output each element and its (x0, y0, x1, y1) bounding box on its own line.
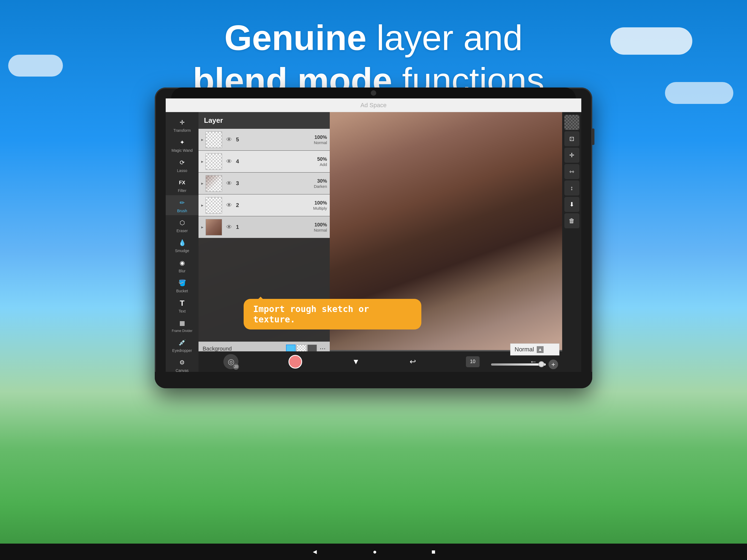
magic-wand-icon: ✦ (177, 137, 187, 148)
smudge-icon: 💧 (177, 237, 187, 248)
layer-5-blend: Normal (243, 140, 327, 145)
tool-filter[interactable]: FX Filter (166, 175, 199, 195)
layer-4-thumbnail (206, 153, 222, 170)
page-num-btn[interactable]: 10 (466, 356, 480, 367)
lasso-label: Lasso (177, 169, 187, 173)
layer-3-visibility[interactable]: 👁 (224, 179, 234, 188)
tool-text[interactable]: T Text (166, 296, 199, 315)
layer-item-3[interactable]: ▸ 👁 3 30% Darken (199, 173, 330, 195)
eyedropper-label: Eyedropper (172, 349, 192, 353)
android-recents-button[interactable]: ■ (432, 548, 436, 556)
layer-item-5[interactable]: ▸ 👁 5 100% Normal (199, 129, 330, 151)
layer-4-info: 50% Add (243, 156, 327, 167)
main-canvas[interactable]: Layer ▸ 👁 5 100% Normal (199, 112, 581, 372)
blend-mode-dropdown[interactable]: Normal ▲ (510, 343, 560, 355)
tooltip-text: Import rough sketch or texture. (253, 304, 369, 325)
android-navigation-bar: ◄ ● ■ (0, 543, 747, 560)
left-toolbar: ✛ Transform ✦ Magic Wand ⟳ Lasso FX Filt… (166, 112, 199, 372)
tablet-top-bar (171, 87, 576, 98)
layer-3-expand: ▸ (201, 181, 203, 186)
tooltip-bubble: Import rough sketch or texture. (243, 299, 421, 330)
layer-1-number: 1 (236, 224, 241, 230)
opacity-plus-button[interactable]: + (548, 360, 558, 369)
tablet-side-button (592, 128, 594, 145)
right-tool-rotate[interactable]: ↕ (564, 180, 579, 196)
layer-item-1[interactable]: ▸ 👁 1 100% Normal (199, 216, 330, 238)
layer-5-number: 5 (236, 136, 241, 143)
tool-bucket[interactable]: 🪣 Bucket (166, 275, 199, 295)
transform-label: Transform (173, 128, 190, 133)
blend-mode-select[interactable]: Normal ▲ (510, 343, 560, 355)
opacity-slider[interactable] (491, 363, 546, 365)
magic-wand-label: Magic Wand (172, 149, 192, 153)
opacity-thumb[interactable] (538, 361, 544, 367)
eraser-icon: ⬡ (177, 218, 187, 228)
canvas-icon: ⚙ (177, 357, 187, 368)
tool-brush[interactable]: ✏ Brush (166, 195, 199, 215)
brush-label: Brush (177, 209, 187, 213)
right-tool-select[interactable]: ⊡ (564, 131, 579, 146)
layer-1-expand: ▸ (201, 225, 203, 230)
layer-3-blend: Darken (243, 184, 327, 189)
layer-5-visibility[interactable]: 👁 (224, 135, 234, 144)
layer-5-opacity: 100% (243, 134, 327, 140)
tablet-screen: Ad Space ✛ Transform ✦ Magic Wand ⟳ (166, 98, 581, 372)
tablet-bottom-bar (155, 372, 592, 388)
tool-frame-divider[interactable]: ▦ Frame Divider (166, 315, 199, 335)
layer-2-blend: Multiply (243, 206, 327, 210)
canvas-label: Canvas (176, 368, 188, 372)
layer-3-info: 30% Darken (243, 178, 327, 189)
layer-4-opacity: 50% (243, 156, 327, 162)
text-label: Text (179, 309, 186, 313)
opacity-controls: + (491, 360, 558, 369)
layer-2-visibility[interactable]: 👁 (224, 200, 234, 210)
layer-2-expand: ▸ (201, 203, 203, 208)
tool-eraser[interactable]: ⬡ Eraser (166, 215, 199, 235)
layer-1-visibility[interactable]: 👁 (224, 222, 234, 232)
right-tool-trash[interactable]: 🗑 (564, 213, 579, 228)
layer-5-info: 100% Normal (243, 134, 327, 145)
layer-4-blend: Add (243, 162, 327, 167)
layer-2-opacity: 100% (243, 200, 327, 206)
blur-icon: ◉ (177, 258, 187, 269)
transform-icon: ✛ (177, 117, 187, 128)
brush-icon: ✏ (177, 198, 187, 208)
layer-4-visibility[interactable]: 👁 (224, 157, 234, 166)
app-content-area: ✛ Transform ✦ Magic Wand ⟳ Lasso FX Filt… (166, 112, 581, 372)
ad-space-bar: Ad Space (166, 98, 581, 112)
android-back-button[interactable]: ◄ (312, 548, 318, 556)
layer-3-opacity: 30% (243, 178, 327, 184)
tool-smudge[interactable]: 💧 Smudge (166, 235, 199, 255)
tool-transform[interactable]: ✛ Transform (166, 115, 199, 135)
tool-blur[interactable]: ◉ Blur (166, 255, 199, 275)
right-panel: ⊡ ✛ ⇿ ↕ ⬇ 🗑 (562, 112, 581, 372)
right-tool-flip[interactable]: ⇿ (564, 164, 579, 179)
right-tool-down[interactable]: ⬇ (564, 197, 579, 212)
blend-mode-value: Normal (515, 346, 534, 353)
tool-lasso[interactable]: ⟳ Lasso (166, 155, 199, 175)
undo-btn[interactable]: ↩ (410, 357, 416, 366)
layer-panel-title: Layer (204, 116, 223, 125)
download-btn[interactable]: ▼ (352, 357, 360, 366)
brush-size-number: 20 (233, 364, 239, 370)
layer-item-4[interactable]: ▸ 👁 4 50% Add (199, 151, 330, 173)
headline-bold-1: Genuine (225, 18, 367, 58)
tool-magic-wand[interactable]: ✦ Magic Wand (166, 135, 199, 155)
frame-divider-label: Frame Divider (172, 329, 192, 333)
android-home-button[interactable]: ● (373, 548, 377, 556)
frame-divider-icon: ▦ (177, 318, 187, 329)
tool-eyedropper[interactable]: 💉 Eyedropper (166, 335, 199, 355)
layer-3-thumbnail (206, 175, 222, 192)
blur-label: Blur (179, 269, 186, 273)
blend-mode-arrow[interactable]: ▲ (537, 346, 544, 353)
layer-1-thumbnail (206, 219, 222, 235)
layer-item-2[interactable]: ▸ 👁 2 100% Multiply (199, 195, 330, 216)
color-picker-btn[interactable] (288, 355, 302, 368)
right-tool-move[interactable]: ✛ (564, 148, 579, 163)
tool-canvas[interactable]: ⚙ Canvas (166, 355, 199, 372)
brush-size-btn[interactable]: ◎ 20 (223, 354, 238, 369)
tablet-wrapper: Ad Space ✛ Transform ✦ Magic Wand ⟳ (155, 87, 592, 388)
tablet-camera (371, 90, 376, 96)
right-tool-pattern[interactable] (564, 115, 579, 130)
lasso-icon: ⟳ (177, 157, 187, 168)
